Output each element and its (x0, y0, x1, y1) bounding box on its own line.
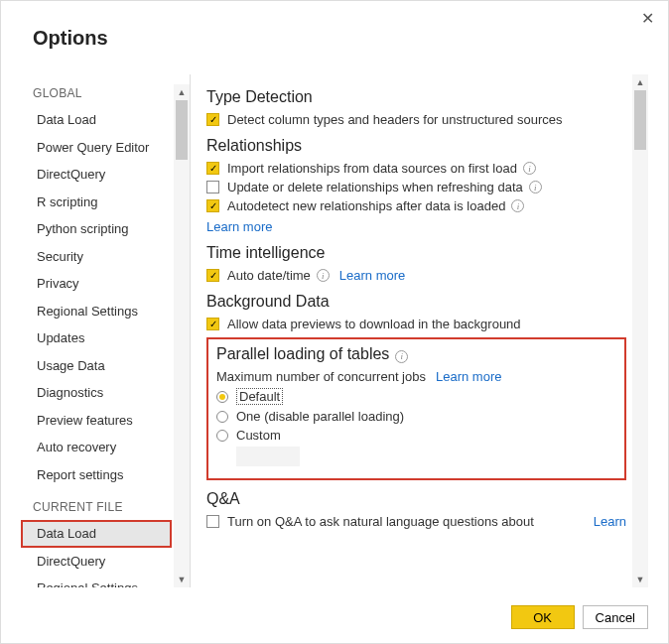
sidebar-item-security[interactable]: Security (21, 243, 172, 271)
section-type-detection: Type Detection (206, 88, 626, 106)
checkbox-auto-date-time[interactable] (206, 269, 219, 282)
label-radio-custom: Custom (236, 428, 281, 443)
label-detect-column-types: Detect column types and headers for unst… (227, 112, 562, 127)
checkbox-turn-on-qa[interactable] (206, 515, 219, 528)
radio-one[interactable] (216, 411, 228, 423)
scroll-thumb[interactable] (634, 90, 646, 150)
dialog-title: Options (1, 1, 668, 50)
input-custom-jobs[interactable] (236, 447, 300, 466)
section-time-intelligence: Time intelligence (206, 244, 626, 262)
sidebar-item-regional-settings-global[interactable]: Regional Settings (21, 298, 172, 325)
radio-default[interactable] (216, 391, 228, 403)
section-relationships: Relationships (206, 137, 626, 155)
sidebar-item-report-settings[interactable]: Report settings (21, 461, 172, 489)
info-icon[interactable] (523, 162, 536, 175)
section-parallel-loading: Parallel loading of tables (216, 345, 614, 363)
sidebar-item-preview-features[interactable]: Preview features (21, 407, 172, 435)
scroll-up-icon[interactable]: ▲ (174, 84, 190, 100)
section-qa: Q&A (206, 490, 626, 508)
divider (190, 74, 191, 587)
label-radio-one: One (disable parallel loading) (236, 409, 404, 424)
checkbox-update-relationships[interactable] (206, 181, 219, 193)
sidebar-header-global: GLOBAL (33, 86, 172, 100)
label-allow-data-previews: Allow data previews to download in the b… (227, 317, 521, 331)
label-autodetect-relationships: Autodetect new relationships after data … (227, 198, 505, 213)
dialog-footer: OK Cancel (511, 605, 648, 629)
sidebar-item-updates[interactable]: Updates (21, 324, 172, 352)
label-import-relationships: Import relationships from data sources o… (227, 161, 517, 176)
sidebar-item-privacy-global[interactable]: Privacy (21, 270, 172, 298)
sidebar-item-diagnostics[interactable]: Diagnostics (21, 379, 172, 407)
label-turn-on-qa: Turn on Q&A to ask natural language ques… (227, 514, 534, 529)
ok-button[interactable]: OK (511, 605, 575, 629)
checkbox-import-relationships[interactable] (206, 162, 219, 175)
sidebar-header-current-file: CURRENT FILE (33, 500, 172, 514)
info-icon[interactable] (511, 199, 524, 212)
sidebar-item-data-load-current[interactable]: Data Load (21, 520, 172, 548)
link-learn-more-time[interactable]: Learn more (339, 268, 405, 283)
scroll-down-icon[interactable]: ▼ (632, 572, 648, 587)
content-scrollbar[interactable]: ▲ ▼ (632, 74, 648, 587)
sidebar-item-directquery-current[interactable]: DirectQuery (21, 548, 172, 576)
label-max-concurrent-jobs: Maximum number of concurrent jobs (216, 369, 426, 384)
checkbox-autodetect-relationships[interactable] (206, 199, 219, 212)
link-learn-qa[interactable]: Learn (594, 514, 626, 529)
sidebar-item-auto-recovery[interactable]: Auto recovery (21, 434, 172, 461)
info-icon[interactable] (317, 269, 330, 282)
link-learn-more-parallel[interactable]: Learn more (436, 369, 501, 384)
scroll-thumb[interactable] (176, 100, 188, 160)
label-auto-date-time: Auto date/time (227, 268, 311, 283)
radio-custom[interactable] (216, 430, 228, 442)
sidebar-item-usage-data[interactable]: Usage Data (21, 352, 172, 380)
info-icon[interactable] (529, 181, 542, 193)
close-button[interactable]: ✕ (641, 9, 654, 28)
scroll-down-icon[interactable]: ▼ (174, 572, 190, 587)
label-update-relationships: Update or delete relationships when refr… (227, 180, 523, 194)
checkbox-allow-data-previews[interactable] (206, 318, 219, 330)
label-radio-default: Default (236, 388, 283, 405)
sidebar-item-power-query-editor[interactable]: Power Query Editor (21, 134, 172, 162)
sidebar-item-regional-settings-current[interactable]: Regional Settings (21, 575, 172, 587)
sidebar-scrollbar[interactable]: ▲ ▼ (174, 84, 190, 587)
sidebar-item-r-scripting[interactable]: R scripting (21, 189, 172, 216)
link-learn-more-relationships[interactable]: Learn more (206, 219, 272, 234)
sidebar-item-python-scripting[interactable]: Python scripting (21, 215, 172, 243)
cancel-button[interactable]: Cancel (583, 605, 648, 629)
checkbox-detect-column-types[interactable] (206, 113, 219, 126)
section-background-data: Background Data (206, 293, 626, 311)
content-pane: Type Detection Detect column types and h… (204, 74, 648, 587)
sidebar-item-data-load-global[interactable]: Data Load (21, 106, 172, 134)
sidebar: GLOBAL Data Load Power Query Editor Dire… (21, 74, 190, 587)
highlight-parallel-loading: Parallel loading of tables Maximum numbe… (206, 337, 626, 480)
info-icon[interactable] (395, 350, 408, 363)
sidebar-item-directquery-global[interactable]: DirectQuery (21, 161, 172, 189)
scroll-up-icon[interactable]: ▲ (632, 74, 648, 90)
dialog-body: GLOBAL Data Load Power Query Editor Dire… (21, 74, 648, 587)
